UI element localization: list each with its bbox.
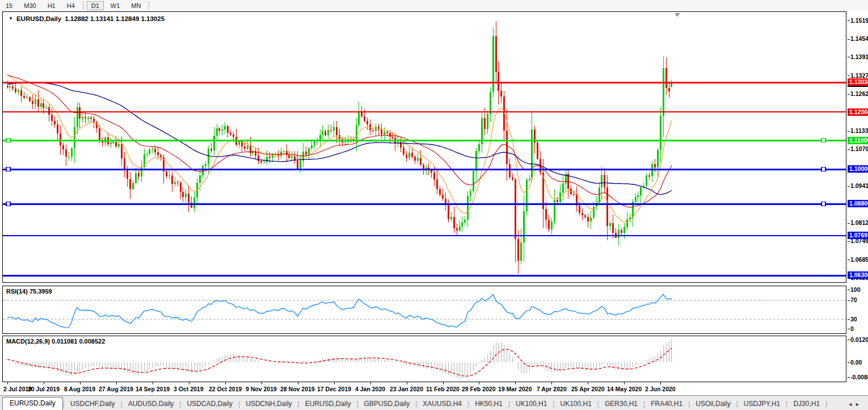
candle-body bbox=[668, 88, 670, 91]
candle-body bbox=[626, 219, 628, 227]
timeframe-button-h4[interactable]: H4 bbox=[62, 1, 79, 10]
candle-body bbox=[288, 155, 290, 158]
candle-body bbox=[651, 164, 653, 176]
macd-tick bbox=[848, 362, 850, 363]
tab-scroll-arrows: ◄► bbox=[848, 401, 868, 410]
rsi-panel[interactable]: RSI(14) 75.3959 bbox=[2, 286, 846, 334]
candle-body bbox=[269, 157, 271, 158]
candle-body bbox=[461, 223, 463, 227]
candle-body bbox=[403, 148, 404, 154]
date-tick bbox=[44, 382, 44, 384]
candle-body bbox=[531, 129, 533, 178]
tab-scroll-right-icon[interactable]: ► bbox=[855, 401, 862, 407]
timeframe-button-d1[interactable]: D1 bbox=[87, 1, 104, 10]
candle-body bbox=[182, 192, 184, 197]
candle-body bbox=[646, 175, 647, 186]
candle-body bbox=[157, 152, 159, 156]
chart-tab-uk100-h1[interactable]: UK100,H1 bbox=[554, 398, 597, 410]
date-tick-label: 14 May 2020 bbox=[607, 386, 642, 392]
chart-tab-eurusd-daily[interactable]: EURUSD,Daily bbox=[300, 398, 357, 410]
candle-body bbox=[74, 127, 75, 148]
timeframe-button-15[interactable]: 15 bbox=[1, 1, 17, 10]
candle-body bbox=[51, 115, 53, 121]
candle-body bbox=[517, 239, 519, 261]
chart-tab-usoil-daily[interactable]: USOil,Daily bbox=[690, 398, 736, 410]
tab-scroll-left-icon[interactable]: ◄ bbox=[848, 401, 855, 407]
price-tick-label: 1.06850 bbox=[850, 256, 868, 263]
price-tick bbox=[848, 131, 850, 132]
candle-body bbox=[266, 157, 268, 162]
chart-tab-dj30-h1[interactable]: DJ30,H1 bbox=[787, 398, 825, 410]
candle-body bbox=[637, 195, 639, 198]
candle-body bbox=[665, 68, 667, 88]
line-drag-handle[interactable] bbox=[821, 202, 825, 206]
line-drag-handle[interactable] bbox=[6, 139, 10, 143]
candlestick-chart[interactable] bbox=[3, 12, 846, 282]
chart-tab-xauusd-h4[interactable]: XAUUSD,H4 bbox=[417, 398, 467, 410]
candle-body bbox=[263, 162, 265, 162]
terminal-window: 15M30H1H4D1W1MN ▼ EURUSD,Daily 1.12882 1… bbox=[0, 0, 868, 410]
candle-body bbox=[448, 204, 449, 219]
candle-body bbox=[551, 221, 553, 229]
timeframe-button-h1[interactable]: H1 bbox=[43, 1, 60, 10]
rsi-chart[interactable] bbox=[3, 286, 846, 333]
date-tick-label: 19 Mar 2020 bbox=[498, 386, 532, 392]
candle-body bbox=[495, 36, 497, 72]
candle-body bbox=[436, 179, 438, 190]
chart-tab-uk100-h1[interactable]: UK100,H1 bbox=[510, 398, 553, 410]
candle-body bbox=[174, 182, 176, 184]
price-tick bbox=[848, 57, 850, 57]
line-drag-handle[interactable] bbox=[821, 139, 825, 143]
date-axis[interactable]: 2 Jul 201920 Jul 20198 Aug 201927 Aug 20… bbox=[2, 382, 846, 395]
main-chart-panel[interactable]: ▼ EURUSD,Daily 1.12882 1.13141 1.12849 1… bbox=[2, 11, 846, 283]
timeframe-button-m30[interactable]: M30 bbox=[19, 1, 40, 10]
candle-body bbox=[20, 90, 22, 97]
candle-body bbox=[433, 173, 435, 179]
price-tick bbox=[848, 260, 850, 260]
candle-body bbox=[115, 142, 117, 147]
chart-tab-ger30-h1[interactable]: GER30,H1 bbox=[599, 398, 643, 410]
candle-body bbox=[336, 127, 338, 135]
candle-body bbox=[210, 149, 212, 150]
chart-tab-usdjpy-h1[interactable]: USDJPY,H1 bbox=[738, 398, 786, 410]
date-tick-label: 4 Jan 2020 bbox=[355, 386, 385, 392]
candle-body bbox=[124, 158, 125, 169]
price-tick-label: 1.11335 bbox=[850, 127, 868, 134]
line-drag-handle[interactable] bbox=[821, 168, 825, 171]
line-drag-handle[interactable] bbox=[6, 168, 10, 171]
candle-body bbox=[420, 158, 422, 165]
chart-tab-hk50-h1[interactable]: HK50,H1 bbox=[469, 398, 508, 410]
chart-tab-usdchf-daily[interactable]: USDCHF,Daily bbox=[65, 398, 121, 410]
macd-tick-label: -0.008881 bbox=[850, 374, 868, 380]
macd-chart[interactable] bbox=[3, 336, 846, 382]
rsi-tick-label: 100 bbox=[850, 286, 861, 293]
timeframe-button-mn[interactable]: MN bbox=[127, 1, 145, 10]
candle-body bbox=[23, 96, 25, 98]
candle-body bbox=[146, 154, 148, 154]
candle-body bbox=[255, 151, 256, 156]
macd-tick bbox=[848, 377, 850, 378]
timeframe-button-w1[interactable]: W1 bbox=[106, 1, 125, 10]
chart-tab-eurusd-daily[interactable]: EURUSD,Daily bbox=[2, 397, 63, 410]
candle-body bbox=[180, 183, 182, 192]
chart-tab-fra40-h1[interactable]: FRA40,H1 bbox=[645, 398, 688, 410]
candle-body bbox=[185, 194, 187, 197]
chart-tab-audusd-daily[interactable]: AUDUSD,Daily bbox=[123, 398, 180, 410]
candle-body bbox=[492, 36, 494, 91]
symbol-dropdown-icon[interactable]: ▼ bbox=[9, 16, 13, 21]
line-drag-handle[interactable] bbox=[6, 202, 10, 206]
macd-panel[interactable]: MACD(12,26,9) 0.011081 0.008522 bbox=[2, 336, 846, 382]
date-tick-label: 2 Jun 2020 bbox=[645, 386, 676, 392]
chart-tab-usdcnh-daily[interactable]: USDCNH,Daily bbox=[240, 398, 297, 410]
price-tick bbox=[848, 149, 850, 150]
candle-body bbox=[305, 152, 307, 154]
candle-body bbox=[68, 157, 70, 157]
candle-body bbox=[71, 148, 73, 157]
candle-body bbox=[453, 217, 455, 228]
candle-body bbox=[386, 132, 388, 133]
chart-tab-gbpusd-daily[interactable]: GBPUSD,Daily bbox=[359, 398, 416, 410]
chart-shift-marker-icon[interactable] bbox=[675, 13, 680, 17]
price-axis[interactable]: 1.151901.145451.139151.132701.126251.119… bbox=[848, 11, 868, 383]
candle-body bbox=[233, 135, 234, 137]
chart-tab-usdcad-daily[interactable]: USDCAD,Daily bbox=[181, 398, 238, 410]
